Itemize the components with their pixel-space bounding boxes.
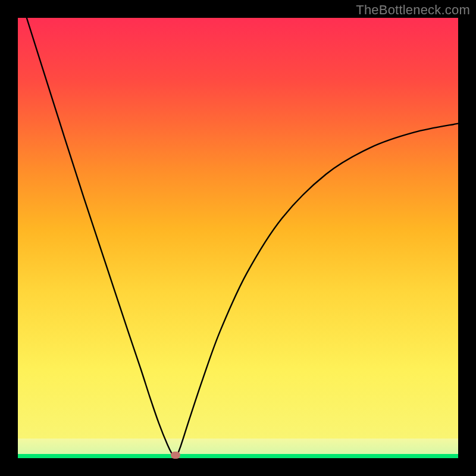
curve-layer: [18, 18, 458, 458]
chart-frame: TheBottleneck.com: [0, 0, 476, 476]
watermark-text: TheBottleneck.com: [356, 2, 470, 18]
optimum-marker: [171, 452, 180, 459]
bottleneck-curve: [27, 18, 458, 458]
